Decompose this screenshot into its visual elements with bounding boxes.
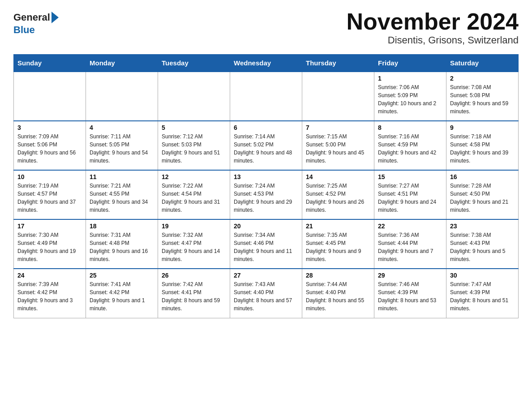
day-number: 18 [90, 223, 154, 230]
day-number: 10 [17, 173, 82, 180]
day-info: Sunrise: 7:38 AM Sunset: 4:43 PM Dayligh… [450, 231, 515, 263]
day-header-tuesday: Tuesday [158, 55, 230, 72]
day-number: 3 [17, 124, 82, 131]
day-info: Sunrise: 7:14 AM Sunset: 5:02 PM Dayligh… [234, 133, 298, 165]
calendar-cell: 6Sunrise: 7:14 AM Sunset: 5:02 PM Daylig… [230, 121, 302, 170]
day-info: Sunrise: 7:30 AM Sunset: 4:49 PM Dayligh… [17, 231, 82, 263]
day-info: Sunrise: 7:34 AM Sunset: 4:46 PM Dayligh… [234, 231, 298, 263]
day-number: 6 [234, 124, 298, 131]
day-number: 17 [17, 223, 82, 230]
day-info: Sunrise: 7:46 AM Sunset: 4:39 PM Dayligh… [378, 280, 442, 313]
title-block: November 2024 Disentis, Grisons, Switzer… [347, 9, 519, 46]
location-subtitle: Disentis, Grisons, Switzerland [347, 34, 519, 46]
calendar-cell: 27Sunrise: 7:43 AM Sunset: 4:40 PM Dayli… [230, 269, 302, 318]
day-info: Sunrise: 7:24 AM Sunset: 4:53 PM Dayligh… [234, 182, 298, 214]
day-number: 20 [234, 223, 298, 230]
calendar-cell: 1Sunrise: 7:06 AM Sunset: 5:09 PM Daylig… [374, 72, 446, 121]
calendar-table: SundayMondayTuesdayWednesdayThursdayFrid… [13, 54, 519, 318]
day-info: Sunrise: 7:19 AM Sunset: 4:57 PM Dayligh… [17, 182, 82, 214]
calendar-week-4: 17Sunrise: 7:30 AM Sunset: 4:49 PM Dayli… [14, 219, 519, 269]
day-number: 9 [450, 124, 515, 131]
calendar-cell: 17Sunrise: 7:30 AM Sunset: 4:49 PM Dayli… [14, 219, 86, 269]
calendar-cell [14, 72, 86, 121]
day-info: Sunrise: 7:15 AM Sunset: 5:00 PM Dayligh… [306, 133, 370, 165]
day-number: 30 [450, 272, 515, 279]
logo-blue: Blue [13, 24, 35, 36]
calendar-week-2: 3Sunrise: 7:09 AM Sunset: 5:06 PM Daylig… [14, 121, 519, 170]
calendar-cell: 4Sunrise: 7:11 AM Sunset: 5:05 PM Daylig… [86, 121, 158, 170]
calendar-cell: 8Sunrise: 7:16 AM Sunset: 4:59 PM Daylig… [374, 121, 446, 170]
day-info: Sunrise: 7:08 AM Sunset: 5:08 PM Dayligh… [450, 83, 515, 116]
calendar-cell: 18Sunrise: 7:31 AM Sunset: 4:48 PM Dayli… [86, 219, 158, 269]
month-title: November 2024 [347, 9, 519, 34]
calendar-cell: 10Sunrise: 7:19 AM Sunset: 4:57 PM Dayli… [14, 170, 86, 219]
day-number: 5 [162, 124, 226, 131]
calendar-cell: 14Sunrise: 7:25 AM Sunset: 4:52 PM Dayli… [302, 170, 374, 219]
day-number: 14 [306, 173, 370, 180]
day-info: Sunrise: 7:47 AM Sunset: 4:39 PM Dayligh… [450, 280, 515, 313]
calendar-cell [302, 72, 374, 121]
day-number: 28 [306, 272, 370, 279]
day-info: Sunrise: 7:09 AM Sunset: 5:06 PM Dayligh… [17, 133, 82, 165]
day-number: 13 [234, 173, 298, 180]
calendar-cell: 22Sunrise: 7:36 AM Sunset: 4:44 PM Dayli… [374, 219, 446, 269]
day-info: Sunrise: 7:39 AM Sunset: 4:42 PM Dayligh… [17, 280, 82, 313]
day-number: 8 [378, 124, 442, 131]
day-number: 25 [90, 272, 154, 279]
day-info: Sunrise: 7:36 AM Sunset: 4:44 PM Dayligh… [378, 231, 442, 263]
day-header-friday: Friday [374, 55, 446, 72]
calendar-week-3: 10Sunrise: 7:19 AM Sunset: 4:57 PM Dayli… [14, 170, 519, 219]
day-info: Sunrise: 7:35 AM Sunset: 4:45 PM Dayligh… [306, 231, 370, 263]
calendar-cell [86, 72, 158, 121]
calendar-cell: 29Sunrise: 7:46 AM Sunset: 4:39 PM Dayli… [374, 269, 446, 318]
calendar-cell: 21Sunrise: 7:35 AM Sunset: 4:45 PM Dayli… [302, 219, 374, 269]
day-info: Sunrise: 7:28 AM Sunset: 4:50 PM Dayligh… [450, 182, 515, 214]
day-number: 29 [378, 272, 442, 279]
day-number: 15 [378, 173, 442, 180]
logo: General Blue [13, 12, 60, 36]
calendar-cell: 7Sunrise: 7:15 AM Sunset: 5:00 PM Daylig… [302, 121, 374, 170]
day-header-sunday: Sunday [14, 55, 86, 72]
day-number: 11 [90, 173, 154, 180]
day-number: 19 [162, 223, 226, 230]
day-info: Sunrise: 7:44 AM Sunset: 4:40 PM Dayligh… [306, 280, 370, 313]
day-header-wednesday: Wednesday [230, 55, 302, 72]
calendar-cell: 23Sunrise: 7:38 AM Sunset: 4:43 PM Dayli… [446, 219, 519, 269]
day-number: 12 [162, 173, 226, 180]
day-number: 27 [234, 272, 298, 279]
page-header: General Blue November 2024 Disentis, Gri… [13, 9, 519, 46]
day-info: Sunrise: 7:16 AM Sunset: 4:59 PM Dayligh… [378, 133, 442, 165]
calendar-cell: 20Sunrise: 7:34 AM Sunset: 4:46 PM Dayli… [230, 219, 302, 269]
calendar-cell: 16Sunrise: 7:28 AM Sunset: 4:50 PM Dayli… [446, 170, 519, 219]
day-info: Sunrise: 7:27 AM Sunset: 4:51 PM Dayligh… [378, 182, 442, 214]
calendar-week-5: 24Sunrise: 7:39 AM Sunset: 4:42 PM Dayli… [14, 269, 519, 318]
day-info: Sunrise: 7:25 AM Sunset: 4:52 PM Dayligh… [306, 182, 370, 214]
day-header-saturday: Saturday [446, 55, 519, 72]
calendar-cell: 28Sunrise: 7:44 AM Sunset: 4:40 PM Dayli… [302, 269, 374, 318]
day-info: Sunrise: 7:22 AM Sunset: 4:54 PM Dayligh… [162, 182, 226, 214]
calendar-cell: 9Sunrise: 7:18 AM Sunset: 4:58 PM Daylig… [446, 121, 519, 170]
logo-general: General [13, 13, 50, 22]
calendar-cell: 30Sunrise: 7:47 AM Sunset: 4:39 PM Dayli… [446, 269, 519, 318]
day-info: Sunrise: 7:06 AM Sunset: 5:09 PM Dayligh… [378, 83, 442, 116]
calendar-cell: 2Sunrise: 7:08 AM Sunset: 5:08 PM Daylig… [446, 72, 519, 121]
day-header-thursday: Thursday [302, 55, 374, 72]
day-number: 16 [450, 173, 515, 180]
day-header-monday: Monday [86, 55, 158, 72]
calendar-cell: 12Sunrise: 7:22 AM Sunset: 4:54 PM Dayli… [158, 170, 230, 219]
calendar-header-row: SundayMondayTuesdayWednesdayThursdayFrid… [14, 55, 519, 72]
calendar-cell [230, 72, 302, 121]
calendar-cell: 25Sunrise: 7:41 AM Sunset: 4:42 PM Dayli… [86, 269, 158, 318]
calendar-cell: 5Sunrise: 7:12 AM Sunset: 5:03 PM Daylig… [158, 121, 230, 170]
day-info: Sunrise: 7:41 AM Sunset: 4:42 PM Dayligh… [90, 280, 154, 313]
calendar-cell: 13Sunrise: 7:24 AM Sunset: 4:53 PM Dayli… [230, 170, 302, 219]
day-number: 2 [450, 75, 515, 82]
logo-triangle [51, 12, 59, 23]
calendar-cell: 3Sunrise: 7:09 AM Sunset: 5:06 PM Daylig… [14, 121, 86, 170]
day-info: Sunrise: 7:12 AM Sunset: 5:03 PM Dayligh… [162, 133, 226, 165]
day-number: 21 [306, 223, 370, 230]
calendar-cell: 19Sunrise: 7:32 AM Sunset: 4:47 PM Dayli… [158, 219, 230, 269]
day-info: Sunrise: 7:42 AM Sunset: 4:41 PM Dayligh… [162, 280, 226, 313]
calendar-cell [158, 72, 230, 121]
day-number: 7 [306, 124, 370, 131]
